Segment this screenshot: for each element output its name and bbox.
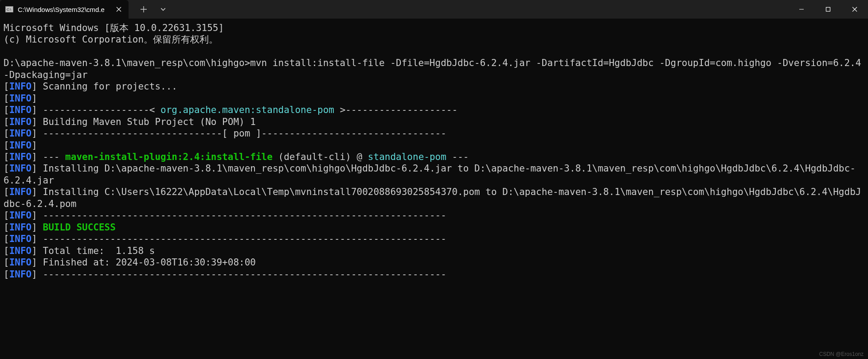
close-icon <box>116 7 121 12</box>
titlebar-left: C:\Windows\System32\cmd.e <box>0 0 178 19</box>
log-line: [INFO] <box>4 140 864 151</box>
log-line: [INFO] Installing D:\apache-maven-3.8.1\… <box>4 163 864 186</box>
log-line: [INFO] BUILD SUCCESS <box>4 222 864 233</box>
maximize-icon <box>825 7 831 12</box>
plus-icon <box>141 6 147 12</box>
cmd-icon <box>5 6 13 12</box>
svg-rect-0 <box>826 8 830 12</box>
watermark: CSDN @Eros1onz <box>819 351 864 357</box>
window-titlebar: C:\Windows\System32\cmd.e <box>0 0 868 19</box>
log-line: [INFO] ---------------------------------… <box>4 233 864 245</box>
maximize-button[interactable] <box>815 0 841 19</box>
close-icon <box>852 7 857 12</box>
minimize-icon <box>799 7 804 12</box>
blank-line <box>4 46 864 57</box>
minimize-button[interactable] <box>788 0 815 19</box>
log-line: [INFO] ---------------------------------… <box>4 210 864 221</box>
chevron-down-icon <box>160 6 166 12</box>
tab-actions <box>129 1 178 17</box>
log-line: [INFO] Finished at: 2024-03-08T16:30:39+… <box>4 257 864 268</box>
terminal-tab[interactable]: C:\Windows\System32\cmd.e <box>0 0 129 19</box>
close-window-button[interactable] <box>841 0 868 19</box>
log-line: [INFO] Total time: 1.158 s <box>4 245 864 257</box>
command-line: D:\apache-maven-3.8.1\maven_resp\com\hig… <box>4 57 864 81</box>
terminal-output[interactable]: Microsoft Windows [版本 10.0.22631.3155](c… <box>0 19 868 284</box>
log-line: [INFO] ---------------------------------… <box>4 269 864 280</box>
log-line: [INFO] --- maven-install-plugin:2.4:inst… <box>4 151 864 163</box>
new-tab-button[interactable] <box>136 1 152 17</box>
log-line: [INFO] Installing C:\Users\16222\AppData… <box>4 186 864 210</box>
log-line: [INFO] <box>4 93 864 104</box>
tab-title: C:\Windows\System32\cmd.e <box>18 6 110 13</box>
log-line: [INFO] Building Maven Stub Project (No P… <box>4 116 864 128</box>
tab-dropdown-button[interactable] <box>155 1 171 17</box>
log-line: [INFO] Scanning for projects... <box>4 81 864 92</box>
log-line: [INFO] -------------------< org.apache.m… <box>4 104 864 116</box>
header-line-1: Microsoft Windows [版本 10.0.22631.3155] <box>4 22 864 34</box>
close-tab-button[interactable] <box>114 5 123 14</box>
window-controls <box>788 0 868 19</box>
log-line: [INFO] --------------------------------[… <box>4 128 864 139</box>
header-line-2: (c) Microsoft Corporation。保留所有权利。 <box>4 34 864 45</box>
